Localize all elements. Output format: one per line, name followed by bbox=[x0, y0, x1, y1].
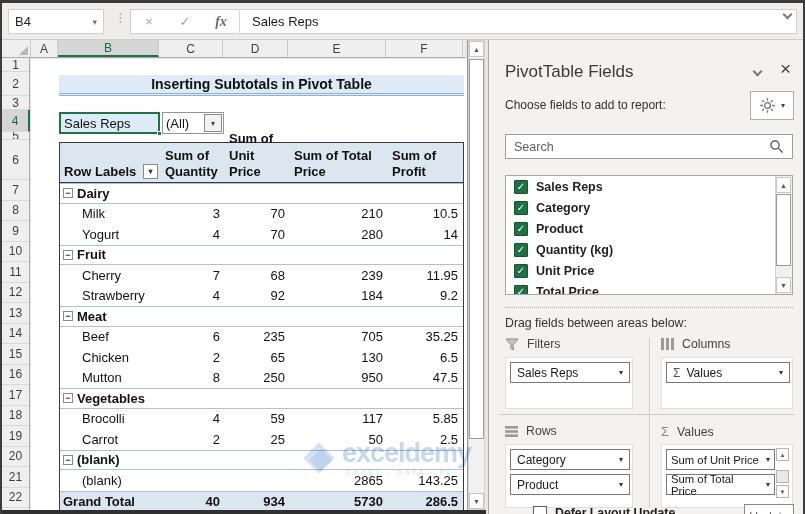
pivot-item-row[interactable]: (blank) 2865 143.25 bbox=[60, 470, 463, 491]
cell-unit-price[interactable]: 70 bbox=[225, 206, 290, 221]
cell-total-price[interactable]: 184 bbox=[290, 288, 388, 303]
cell-profit[interactable]: 14 bbox=[388, 227, 463, 242]
cell-unit-price[interactable]: 934 bbox=[225, 494, 290, 509]
scroll-up-button[interactable]: ▲ bbox=[776, 448, 789, 461]
row-header[interactable]: 22 bbox=[2, 488, 29, 509]
cell-profit[interactable]: 9.2 bbox=[388, 288, 463, 303]
pivot-item-row[interactable]: Chicken 2 65 130 6.5 bbox=[60, 347, 463, 368]
row-header[interactable]: 16 bbox=[2, 365, 29, 386]
cell-total-price[interactable]: 2865 bbox=[290, 473, 388, 488]
name-box[interactable]: B4 ▾ bbox=[8, 9, 104, 34]
cancel-icon[interactable]: × bbox=[131, 14, 167, 29]
column-header-a[interactable]: A bbox=[31, 40, 58, 57]
values-scrollbar[interactable]: ▲ ▼ bbox=[776, 448, 790, 506]
field-item[interactable]: ✓ Unit Price bbox=[506, 260, 792, 281]
cell-profit[interactable]: 35.25 bbox=[388, 329, 463, 344]
field-item[interactable]: ✓ Product bbox=[506, 218, 792, 239]
field-item[interactable]: ✓ Category bbox=[506, 197, 792, 218]
field-item[interactable]: ✓ Total Price bbox=[506, 281, 792, 295]
pivot-group-row[interactable]: −Vegetables bbox=[60, 388, 463, 409]
pivot-header-cell[interactable]: Sum of Quantity bbox=[161, 143, 225, 182]
search-box[interactable]: Search bbox=[505, 134, 793, 159]
filters-drop-area[interactable]: Sales Reps ▾ bbox=[505, 357, 633, 409]
filter-dropdown-button[interactable]: ▾ bbox=[204, 114, 222, 132]
cell-profit[interactable]: 11.95 bbox=[388, 268, 463, 283]
cell-profit[interactable]: 47.5 bbox=[388, 370, 463, 385]
cell-quantity[interactable]: 8 bbox=[161, 370, 225, 385]
row-header[interactable]: 13 bbox=[2, 303, 29, 324]
row-header[interactable]: 5 bbox=[2, 132, 29, 140]
cell-unit-price[interactable]: 70 bbox=[225, 227, 290, 242]
cell-quantity[interactable]: 40 bbox=[161, 494, 225, 509]
row-header[interactable]: 10 bbox=[2, 242, 29, 263]
update-button[interactable]: Update bbox=[744, 504, 794, 514]
field-chip-product[interactable]: Product ▾ bbox=[510, 474, 630, 495]
row-header[interactable]: 6 bbox=[2, 140, 29, 180]
pivot-item-row[interactable]: Carrot 2 25 50 2.5 bbox=[60, 429, 463, 450]
selected-cell-b4[interactable]: Sales Reps bbox=[59, 112, 160, 134]
cell-quantity[interactable]: 4 bbox=[161, 288, 225, 303]
grand-total-row[interactable]: Grand Total 40 934 5730 286.5 bbox=[60, 491, 463, 511]
scroll-down-button[interactable]: ▼ bbox=[469, 493, 484, 509]
column-header-d[interactable]: D bbox=[223, 40, 288, 57]
pivot-item-row[interactable]: Brocolli 4 59 117 5.85 bbox=[60, 409, 463, 430]
collapse-button[interactable]: − bbox=[63, 393, 73, 403]
insert-function-icon[interactable]: fx bbox=[203, 14, 239, 30]
cell-unit-price[interactable]: 250 bbox=[225, 370, 290, 385]
pivot-group-row[interactable]: −Dairy bbox=[60, 183, 463, 204]
scroll-up-button[interactable]: ▲ bbox=[776, 177, 791, 193]
pivot-header-cell[interactable]: Row Labels ▾ bbox=[60, 143, 161, 182]
pivot-group-row[interactable]: −Fruit bbox=[60, 245, 463, 266]
pivot-header-cell[interactable]: Sum of Total Price bbox=[290, 143, 388, 182]
cell-profit[interactable]: 10.5 bbox=[388, 206, 463, 221]
cell-unit-price[interactable]: 92 bbox=[225, 288, 290, 303]
row-header[interactable]: 20 bbox=[2, 447, 29, 468]
pivot-header-cell[interactable]: Sum of Unit Price bbox=[225, 143, 290, 182]
row-header[interactable]: 14 bbox=[2, 324, 29, 345]
row-header[interactable]: 3 bbox=[2, 96, 29, 110]
pivot-item-row[interactable]: Milk 3 70 210 10.5 bbox=[60, 204, 463, 225]
row-header[interactable]: 1 bbox=[2, 58, 29, 72]
row-header[interactable]: 11 bbox=[2, 262, 29, 283]
select-all-button[interactable] bbox=[2, 40, 31, 57]
cell-total-price[interactable]: 130 bbox=[290, 350, 388, 365]
defer-layout-checkbox[interactable] bbox=[533, 506, 547, 514]
cell-quantity[interactable]: 4 bbox=[161, 411, 225, 426]
scrollbar-thumb[interactable] bbox=[776, 470, 789, 483]
checkbox-checked[interactable]: ✓ bbox=[514, 264, 528, 278]
cell-quantity[interactable]: 6 bbox=[161, 329, 225, 344]
field-chip-sum-of-unit-price[interactable]: Sum of Unit Price ▾ bbox=[666, 449, 775, 470]
pivot-header-cell[interactable]: Sum of Profit bbox=[388, 143, 463, 182]
row-header[interactable]: 9 bbox=[2, 221, 29, 242]
cell-unit-price[interactable]: 25 bbox=[225, 432, 290, 447]
pivot-group-row[interactable]: −(blank) bbox=[60, 450, 463, 471]
row-header[interactable]: 19 bbox=[2, 426, 29, 447]
field-chip-sum-of-total-price[interactable]: Sum of Total Price ▾ bbox=[666, 474, 775, 495]
cell-unit-price[interactable]: 235 bbox=[225, 329, 290, 344]
formula-input[interactable]: Sales Reps bbox=[248, 14, 318, 29]
collapse-button[interactable]: − bbox=[63, 250, 73, 260]
cell-total-price[interactable]: 239 bbox=[290, 268, 388, 283]
cell-total-price[interactable]: 50 bbox=[290, 432, 388, 447]
collapse-button[interactable]: − bbox=[63, 188, 73, 198]
pivot-item-row[interactable]: Beef 6 235 705 35.25 bbox=[60, 327, 463, 348]
pivot-item-row[interactable]: Cherry 7 68 239 11.95 bbox=[60, 265, 463, 286]
rows-drop-area[interactable]: Category ▾ Product ▾ bbox=[505, 444, 633, 508]
filter-value-cell[interactable]: (All) ▾ bbox=[162, 112, 224, 134]
field-chip-sales-reps[interactable]: Sales Reps ▾ bbox=[510, 362, 630, 383]
cell-total-price[interactable]: 280 bbox=[290, 227, 388, 242]
cell-profit[interactable]: 6.5 bbox=[388, 350, 463, 365]
checkbox-checked[interactable]: ✓ bbox=[514, 243, 528, 257]
field-item[interactable]: ✓ Quantity (kg) bbox=[506, 239, 792, 260]
column-header-e[interactable]: E bbox=[288, 40, 386, 57]
columns-drop-area[interactable]: Σ Values ▾ bbox=[661, 357, 793, 409]
row-header[interactable]: 4 bbox=[2, 110, 30, 132]
row-header[interactable]: 15 bbox=[2, 344, 29, 365]
sheet-title-cell[interactable]: Inserting Subtotals in Pivot Table bbox=[59, 75, 464, 96]
collapse-button[interactable]: − bbox=[63, 311, 73, 321]
column-header-b[interactable]: B bbox=[58, 40, 159, 57]
row-header[interactable]: 17 bbox=[2, 385, 29, 406]
cell-quantity[interactable]: 3 bbox=[161, 206, 225, 221]
field-list-scrollbar[interactable]: ▲ ▼ bbox=[775, 176, 792, 294]
checkbox-checked[interactable]: ✓ bbox=[514, 285, 528, 296]
